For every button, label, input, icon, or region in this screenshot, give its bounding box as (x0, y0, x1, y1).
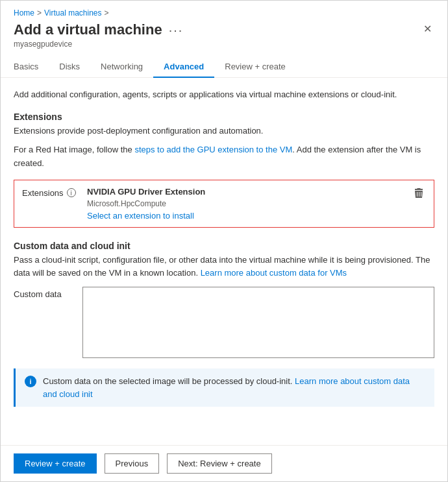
tab-disks[interactable]: Disks (49, 56, 90, 78)
extension-publisher: Microsoft.HpcCompute (87, 199, 405, 208)
content-area: Add additional configuration, agents, sc… (1, 78, 447, 445)
tab-basics[interactable]: Basics (14, 56, 49, 78)
custom-data-field: Custom data (14, 287, 434, 358)
extensions-info-icon[interactable]: i (67, 188, 76, 197)
extensions-field-label: Extensions (22, 188, 64, 198)
breadcrumb-vms[interactable]: Virtual machines (44, 8, 102, 18)
breadcrumb-sep2: > (105, 8, 109, 18)
custom-data-title: Custom data and cloud init (14, 241, 434, 251)
footer: Review + create Previous Next: Review + … (1, 445, 447, 481)
custom-data-section: Custom data and cloud init Pass a cloud-… (14, 241, 434, 359)
tab-review-create[interactable]: Review + create (214, 56, 296, 78)
section-description: Add additional configuration, agents, sc… (14, 88, 434, 101)
extension-name: NVIDIA GPU Driver Extension (87, 187, 405, 197)
delete-extension-button[interactable] (412, 187, 426, 202)
select-extension-link[interactable]: Select an extension to install (87, 211, 405, 221)
extensions-section: Extensions Extensions provide post-deplo… (14, 112, 434, 228)
extensions-title: Extensions (14, 112, 434, 122)
custom-data-textarea[interactable] (82, 287, 434, 358)
extensions-label: Extensions i (22, 187, 81, 198)
next-button[interactable]: Next: Review + create (167, 453, 272, 474)
device-subtitle: myasegpudevice (14, 40, 183, 49)
tab-bar: Basics Disks Networking Advanced Review … (1, 56, 447, 78)
breadcrumb-home[interactable]: Home (14, 8, 34, 18)
custom-data-label: Custom data (14, 287, 72, 358)
tab-networking[interactable]: Networking (90, 56, 153, 78)
title-bar: Add a virtual machine ··· myasegpudevice… (1, 18, 447, 54)
redhat-notice: For a Red Hat image, follow the steps to… (14, 143, 434, 171)
review-create-button[interactable]: Review + create (14, 453, 97, 474)
info-banner: i Custom data on the selected image will… (14, 368, 434, 407)
custom-data-link[interactable]: Learn more about custom data for VMs (201, 268, 347, 278)
extensions-subtitle: Extensions provide post-deployment confi… (14, 125, 434, 138)
page-title: Add a virtual machine (14, 21, 162, 38)
main-window: Home > Virtual machines > Add a virtual … (0, 0, 448, 482)
info-banner-text: Custom data on the selected image will b… (43, 375, 425, 400)
extensions-box: Extensions i NVIDIA GPU Driver Extension… (14, 180, 434, 228)
redhat-link[interactable]: steps to add the GPU extension to the VM (134, 145, 292, 154)
title-main: Add a virtual machine ··· (14, 21, 183, 38)
close-button[interactable]: ✕ (421, 21, 434, 37)
custom-data-description: Pass a cloud-init script, configuration … (14, 254, 434, 281)
previous-button[interactable]: Previous (105, 453, 160, 474)
info-banner-pre: Custom data on the selected image will b… (43, 376, 295, 386)
breadcrumb: Home > Virtual machines > (1, 1, 447, 18)
title-left: Add a virtual machine ··· myasegpudevice (14, 21, 183, 49)
info-banner-icon: i (25, 376, 36, 387)
breadcrumb-sep1: > (37, 8, 42, 18)
extensions-content: NVIDIA GPU Driver Extension Microsoft.Hp… (87, 187, 405, 221)
more-options-button[interactable]: ··· (169, 23, 184, 38)
tab-advanced[interactable]: Advanced (153, 56, 214, 78)
redhat-notice-pre: For a Red Hat image, follow the (14, 145, 134, 154)
